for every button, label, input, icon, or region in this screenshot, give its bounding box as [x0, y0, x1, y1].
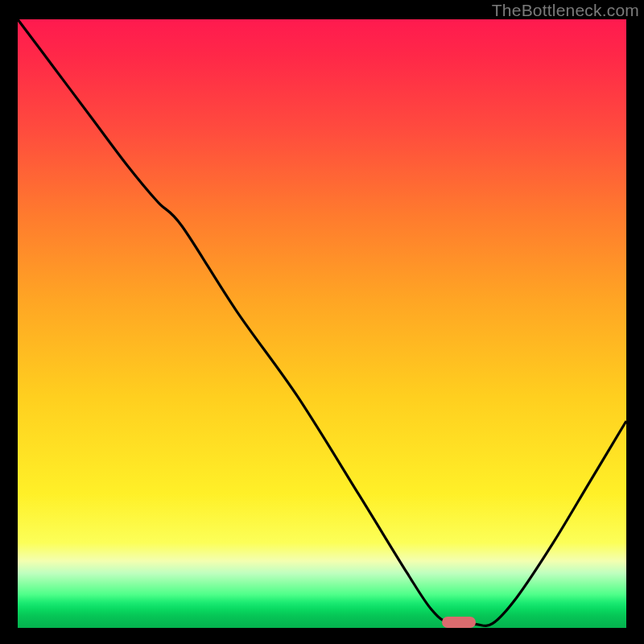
- bottleneck-curve: [18, 19, 626, 628]
- minimum-marker: [442, 617, 476, 628]
- chart-plot-area: [18, 19, 626, 628]
- curve-path: [18, 19, 626, 625]
- chart-frame: TheBottleneck.com: [0, 0, 644, 644]
- watermark-text: TheBottleneck.com: [492, 1, 639, 20]
